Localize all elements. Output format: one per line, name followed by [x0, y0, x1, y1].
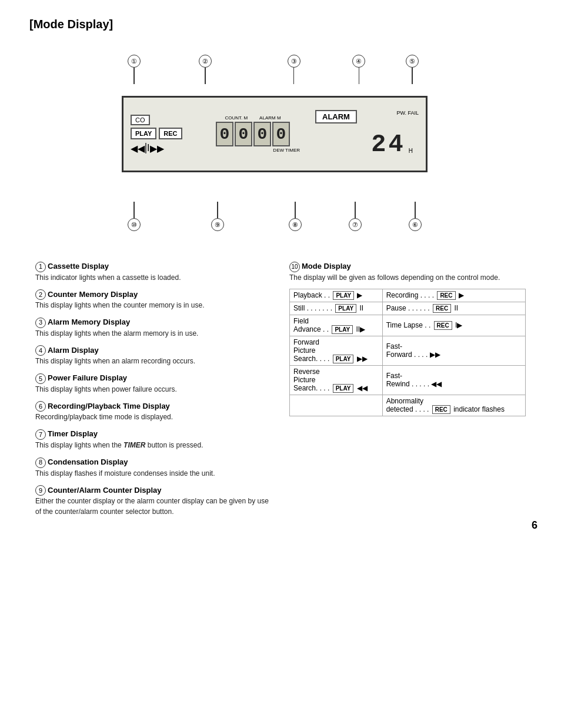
- page-title: [Mode Display]: [29, 18, 532, 31]
- num-3: 3: [35, 318, 46, 328]
- alarm-display: ALARM: [315, 110, 357, 123]
- play-badge: PLAY: [333, 384, 354, 393]
- text-9: Either the counter display or the alarm …: [35, 496, 272, 517]
- text-1: This indicator lights when a cassette is…: [35, 272, 272, 283]
- title-10: Mode Display: [302, 262, 351, 271]
- pw-fail-display: PW. FAIL: [396, 110, 419, 116]
- callout-5-top: ⑤: [406, 55, 419, 84]
- num-7: 7: [35, 429, 46, 440]
- table-row: FieldAdvance . . PLAY II▶ Time Lapse . .…: [290, 315, 526, 336]
- play-badge: PLAY: [333, 291, 354, 300]
- callout-1-top: ①: [128, 55, 141, 84]
- callout-6-bottom: ⑥: [409, 202, 422, 231]
- title-7: Timer Display: [48, 429, 98, 438]
- page: [Mode Display] ① ② ③ ④ ⑤: [0, 0, 561, 540]
- num-4: 4: [35, 345, 46, 356]
- title-3: Alarm Memory Display: [48, 318, 130, 326]
- alarm-m-label: ALARM M: [259, 115, 280, 121]
- text-8: This display flashes if moisture condens…: [35, 468, 272, 479]
- callout-7-bottom: ⑦: [349, 202, 362, 231]
- cell: Recording . . . . REC ▶: [382, 289, 525, 302]
- text-4: This display lights when an alarm record…: [35, 356, 272, 366]
- num-2: 2: [35, 289, 46, 300]
- callout-2-top: ②: [199, 55, 212, 84]
- cell: FieldAdvance . . PLAY II▶: [290, 315, 383, 336]
- num-1: 1: [35, 262, 46, 272]
- callout-9-bottom: ⑨: [211, 202, 224, 231]
- desc-item-1: 1Cassette Display This indicator lights …: [35, 261, 272, 283]
- lcd-digit-display: 0 0 0 0: [216, 122, 290, 146]
- desc-left-col: 1Cassette Display This indicator lights …: [35, 261, 272, 523]
- count-label: COUNT. M: [225, 115, 248, 121]
- callout-8-bottom: ⑧: [289, 202, 302, 231]
- desc-item-5: 5Power Failure Display This display ligh…: [35, 372, 272, 395]
- mode-table: Playback . . PLAY ▶ Recording . . . . RE…: [289, 289, 526, 416]
- table-row: Abnormalitydetected . . . . REC indicato…: [290, 395, 526, 416]
- lcd-top-labels: COUNT. M ALARM M: [225, 115, 280, 121]
- title-4: Alarm Display: [48, 346, 99, 355]
- transport-display: ◀◀ I ▶▶: [131, 143, 164, 154]
- text-7: This display lights when the TIMER butto…: [35, 440, 272, 450]
- h-label: H: [409, 148, 413, 154]
- cell: Playback . . PLAY ▶: [290, 289, 383, 302]
- lcd-bottom-labels: DEW TIMER: [206, 148, 300, 153]
- text-3: This display lights when the alarm memor…: [35, 328, 272, 339]
- cassette-label: CO: [135, 116, 145, 123]
- digit-3: 0: [253, 122, 271, 146]
- cell: Pause . . . . . . REC II: [382, 302, 525, 315]
- desc-item-2: 2Counter Memory Display This display lig…: [35, 289, 272, 311]
- lcd-left-section: CO PLAY REC ◀◀ I ▶▶: [131, 115, 201, 154]
- desc-item-4: 4Alarm Display This display lights when …: [35, 345, 272, 367]
- table-row: ForwardPictureSearch. . . . PLAY ▶▶ Fast…: [290, 336, 526, 365]
- num-5: 5: [35, 373, 46, 384]
- num-9: 9: [35, 485, 46, 496]
- cell: Fast-Rewind . . . . . ◀◀: [382, 365, 525, 395]
- desc-item-9: 9Counter/Alarm Counter Display Either th…: [35, 485, 272, 517]
- cell: Fast-Forward . . . . ▶▶: [382, 336, 525, 365]
- table-row: ReversePictureSearch. . . . PLAY ◀◀ Fast…: [290, 365, 526, 395]
- play-button-display: PLAY: [131, 128, 156, 139]
- text-2: This display lights when the counter mem…: [35, 300, 272, 310]
- cassette-display: CO: [131, 115, 150, 125]
- table-row: Still . . . . . . . PLAY II Pause . . . …: [290, 302, 526, 315]
- play-badge: PLAY: [335, 304, 356, 313]
- page-number: 6: [532, 519, 537, 532]
- desc-item-7: 7Timer Display This display lights when …: [35, 428, 272, 450]
- rec-badge: REC: [434, 321, 452, 330]
- cell: ReversePictureSearch. . . . PLAY ◀◀: [290, 365, 383, 395]
- desc-item-10: 10Mode Display The display will be given…: [289, 261, 526, 283]
- digit-1: 0: [216, 122, 233, 146]
- cell: Abnormalitydetected . . . . REC indicato…: [382, 395, 525, 416]
- diagram-container: ① ② ③ ④ ⑤: [75, 49, 486, 237]
- dew-timer-label: DEW TIMER: [273, 148, 300, 153]
- callout-10-bottom: ⑩: [128, 202, 141, 231]
- title-5: Power Failure Display: [48, 373, 127, 382]
- num-8: 8: [35, 457, 46, 468]
- title-6: Recording/Playback Time Display: [48, 402, 170, 410]
- digit-2: 0: [235, 122, 252, 146]
- time-display: 24: [371, 131, 405, 159]
- play-badge: PLAY: [333, 355, 354, 363]
- lcd-display: CO PLAY REC ◀◀ I ▶▶ COUNT. M ALARM M: [122, 96, 428, 172]
- mode-table-container: Playback . . PLAY ▶ Recording . . . . RE…: [289, 289, 526, 416]
- descriptions-section: 1Cassette Display This indicator lights …: [29, 261, 532, 523]
- cell: [290, 395, 383, 416]
- title-2: Counter Memory Display: [48, 290, 138, 299]
- cell: Time Lapse . . REC I▶: [382, 315, 525, 336]
- num-10: 10: [289, 262, 300, 272]
- callout-3-top: ③: [288, 55, 300, 84]
- rec-button-display: REC: [159, 128, 182, 139]
- text-5: This display lights when power failure o…: [35, 384, 272, 395]
- desc-item-8: 8Condensation Display This display flash…: [35, 456, 272, 479]
- table-row: Playback . . PLAY ▶ Recording . . . . RE…: [290, 289, 526, 302]
- rec-badge: REC: [432, 405, 450, 414]
- callout-4-top: ④: [352, 55, 365, 84]
- text-6: Recording/playback time mode is displaye…: [35, 412, 272, 422]
- num-6: 6: [35, 401, 46, 412]
- cell: ForwardPictureSearch. . . . PLAY ▶▶: [290, 336, 383, 365]
- desc-item-6: 6Recording/Playback Time Display Recordi…: [35, 400, 272, 423]
- digit-4: 0: [272, 122, 290, 146]
- desc-item-3: 3Alarm Memory Display This display light…: [35, 316, 272, 339]
- title-9: Counter/Alarm Counter Display: [48, 486, 162, 495]
- cell: Still . . . . . . . PLAY II: [290, 302, 383, 315]
